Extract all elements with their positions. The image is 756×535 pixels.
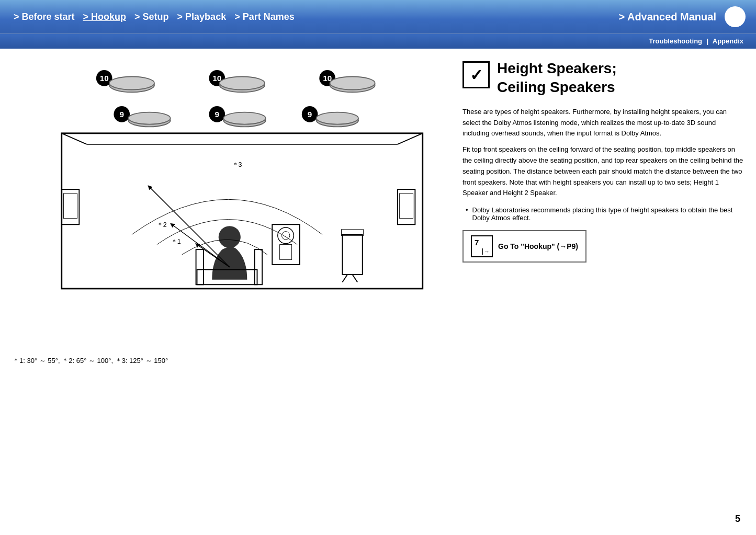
svg-line-26 — [398, 133, 423, 144]
svg-point-19 — [223, 112, 266, 124]
svg-text:10: 10 — [100, 74, 109, 83]
header: > Before start > Hookup > Setup > Playba… — [0, 0, 756, 49]
nav-left: > Before start > Hookup > Setup > Playba… — [10, 9, 298, 25]
main-content: 10 10 10 9 — [0, 49, 756, 535]
bullet-dot: • — [466, 206, 468, 222]
svg-point-15 — [128, 112, 171, 124]
svg-line-25 — [62, 133, 87, 144]
svg-line-38 — [342, 275, 347, 282]
nav-setup[interactable]: > Setup — [131, 9, 172, 25]
svg-line-39 — [353, 275, 358, 282]
nav-part-names[interactable]: > Part Names — [231, 9, 298, 25]
check-icon: ✓ — [462, 61, 490, 88]
goto-box[interactable]: 7 → Go To "Hookup" (→P9) — [462, 230, 586, 263]
svg-text:＊2: ＊2 — [157, 221, 167, 229]
section-title: Height Speakers; Ceiling Speakers — [497, 59, 617, 97]
svg-point-33 — [278, 227, 294, 244]
svg-rect-43 — [255, 249, 262, 284]
svg-point-3 — [109, 77, 154, 90]
svg-text:＊3: ＊3 — [232, 161, 242, 168]
section-body-1: These are types of height speakers. Furt… — [462, 107, 743, 199]
header-nav: > Before start > Hookup > Setup > Playba… — [0, 0, 756, 33]
nav-right: > Advanced Manual — [618, 6, 746, 27]
svg-rect-29 — [64, 193, 77, 219]
svg-text:＊1: ＊1 — [171, 238, 181, 245]
section-header: ✓ Height Speakers; Ceiling Speakers — [462, 59, 743, 97]
header-sub: Troubleshooting | Appendix — [0, 33, 756, 49]
svg-text:9: 9 — [308, 110, 312, 119]
bullet-text: Dolby Laboratories recommends placing th… — [472, 206, 743, 222]
sub-separator: | — [707, 37, 710, 45]
svg-rect-31 — [400, 193, 413, 219]
goto-text: Go To "Hookup" (→P9) — [498, 242, 578, 251]
nav-advanced-manual[interactable]: > Advanced Manual — [618, 11, 716, 23]
svg-point-7 — [220, 77, 265, 90]
svg-point-11 — [330, 77, 375, 90]
svg-text:9: 9 — [215, 110, 220, 119]
svg-point-23 — [317, 112, 359, 124]
left-column: 10 10 10 9 — [13, 59, 442, 526]
svg-text:9: 9 — [119, 110, 124, 119]
svg-rect-28 — [62, 189, 80, 224]
back-button[interactable] — [725, 6, 746, 27]
back-icon — [729, 10, 741, 23]
svg-rect-36 — [342, 234, 362, 275]
bullet-item-dolby: • Dolby Laboratories recommends placing … — [462, 206, 743, 222]
svg-rect-30 — [398, 189, 415, 224]
right-column: ✓ Height Speakers; Ceiling Speakers Thes… — [457, 59, 743, 526]
page-number: 5 — [735, 514, 740, 525]
troubleshooting-link[interactable]: Troubleshooting — [649, 37, 702, 45]
nav-playback[interactable]: > Playback — [174, 9, 230, 25]
room-diagram: 10 10 10 9 — [13, 59, 442, 300]
appendix-link[interactable]: Appendix — [713, 37, 743, 45]
diagram-area: 10 10 10 9 — [13, 59, 442, 352]
goto-icon: 7 → — [471, 235, 493, 257]
nav-before-start[interactable]: > Before start — [10, 9, 78, 25]
nav-hookup[interactable]: > Hookup — [80, 9, 130, 25]
svg-point-40 — [219, 226, 241, 248]
svg-rect-35 — [280, 245, 292, 260]
angle-note: ＊1: 30° ～ 55°, ＊2: 65° ～ 100°, ＊3: 125° … — [13, 356, 442, 366]
